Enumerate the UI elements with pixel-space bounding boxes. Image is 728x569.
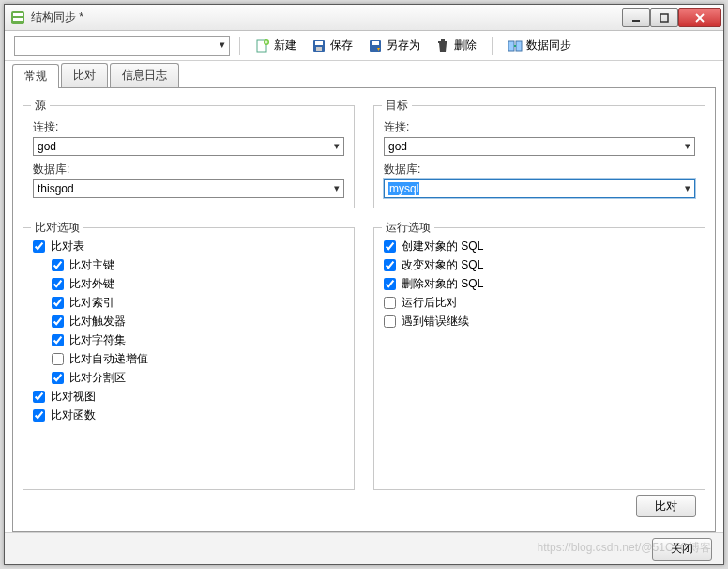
target-group: 目标 连接: god 数据库: mysql [373,105,705,208]
toolbar: 新建 保存 另存为 删除 数据同步 [5,31,723,61]
chk-compare-after[interactable] [384,297,396,309]
svg-rect-17 [441,39,445,41]
saveas-button[interactable]: 另存为 [362,36,426,55]
tab-page-general: 源 连接: god 数据库: thisgod 目标 连接: god [12,87,716,532]
chk-compare-table[interactable] [33,240,45,253]
source-db-label: 数据库: [33,161,344,177]
chk-compare-idx[interactable] [52,297,64,309]
source-group: 源 连接: god 数据库: thisgod [23,105,355,208]
separator [492,37,493,55]
save-label: 保存 [330,38,353,54]
delete-label: 删除 [454,38,477,54]
chk-compare-partition[interactable] [52,372,64,384]
new-label: 新建 [274,38,296,54]
chk-compare-view[interactable] [33,391,45,403]
trash-icon [435,38,450,54]
svg-rect-19 [516,41,522,51]
target-legend: 目标 [382,98,412,114]
app-icon [10,10,25,25]
close-button[interactable]: 关闭 [652,538,712,561]
profile-combo[interactable] [14,36,230,56]
maximize-button[interactable] [650,8,678,27]
tab-general[interactable]: 常规 [12,64,59,88]
source-conn-select[interactable]: god [33,137,344,156]
svg-rect-13 [316,47,322,51]
compare-options-group: 比对选项 比对表 比对主键 比对外键 比对索引 比对触发器 比对字符集 比对自动… [23,227,355,490]
save-button[interactable]: 保存 [306,36,358,55]
new-icon [255,38,270,54]
svg-rect-15 [372,41,379,45]
body: 常规 比对 信息日志 源 连接: god 数据库: thisgod [5,61,723,532]
chk-compare-pk[interactable] [52,259,64,271]
app-window: 结构同步 * 新建 保存 另存为 删除 数据同步 [4,4,724,565]
target-conn-select[interactable]: god [384,137,695,156]
chk-compare-charset[interactable] [52,334,64,346]
outer-button-bar: 关闭 [5,532,723,564]
chk-continue-err[interactable] [384,315,396,328]
titlebar: 结构同步 * [5,5,723,31]
run-options-group: 运行选项 创建对象的 SQL 改变对象的 SQL 删除对象的 SQL 运行后比对… [373,227,705,490]
svg-rect-12 [315,41,323,45]
datasync-label: 数据同步 [526,38,571,54]
separator [239,37,240,55]
tab-compare[interactable]: 比对 [61,63,108,87]
svg-rect-2 [13,18,23,21]
source-conn-label: 连接: [33,119,344,135]
source-legend: 源 [31,98,50,114]
compare-button[interactable]: 比对 [636,495,696,517]
window-title: 结构同步 * [31,9,622,25]
svg-rect-16 [438,41,447,43]
chk-compare-autoinc[interactable] [52,353,64,365]
chk-alter-sql[interactable] [384,259,396,271]
tabs: 常规 比对 信息日志 [12,65,716,87]
delete-button[interactable]: 删除 [430,36,482,55]
chk-create-sql[interactable] [384,240,396,253]
datasync-button[interactable]: 数据同步 [502,36,577,55]
inner-button-bar: 比对 [23,490,705,522]
datasync-icon [508,38,523,54]
chk-compare-func[interactable] [33,409,45,422]
saveas-label: 另存为 [387,38,420,54]
source-db-select[interactable]: thisgod [33,179,344,198]
tab-log[interactable]: 信息日志 [110,63,179,87]
new-button[interactable]: 新建 [250,36,302,55]
chk-drop-sql[interactable] [384,278,396,290]
svg-rect-4 [660,14,668,22]
chk-compare-trigger[interactable] [52,315,64,328]
target-db-label: 数据库: [384,161,695,177]
svg-rect-18 [508,41,514,51]
close-window-button[interactable] [678,8,721,27]
target-conn-label: 连接: [384,119,695,135]
minimize-button[interactable] [622,8,650,27]
target-db-select[interactable]: mysql [384,179,695,198]
svg-rect-1 [13,13,23,16]
save-icon [311,38,326,54]
chk-compare-fk[interactable] [52,278,64,290]
run-options-legend: 运行选项 [382,220,434,236]
compare-options-legend: 比对选项 [31,220,83,236]
saveas-icon [368,38,383,54]
